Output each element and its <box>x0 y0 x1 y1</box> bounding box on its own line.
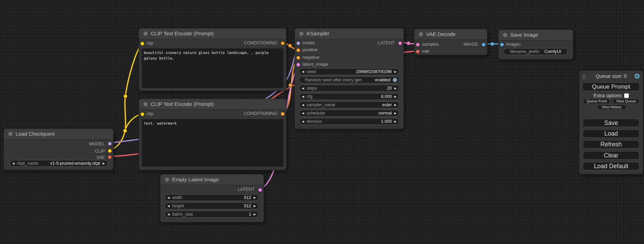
increment-arrow-icon[interactable]: ▶ <box>251 202 258 209</box>
input-slot-model[interactable] <box>296 41 300 45</box>
input-slot-negative[interactable] <box>296 56 300 60</box>
output-slot-conditioning[interactable] <box>281 112 285 116</box>
decrement-arrow-icon[interactable]: ◀ <box>299 101 307 108</box>
output-slot-vae[interactable] <box>108 155 112 159</box>
extra-options-checkbox[interactable] <box>624 93 629 98</box>
increment-arrow-icon[interactable]: ▶ <box>392 118 399 125</box>
widget-seed[interactable]: ◀ seed 156680208700286 ▶ <box>299 68 399 75</box>
output-slot-latent[interactable] <box>398 41 402 45</box>
output-slot-model[interactable] <box>108 142 112 146</box>
input-slot-vae[interactable] <box>416 49 420 54</box>
widget-label: scheduler <box>307 111 325 116</box>
widget-ckpt-name[interactable]: ◀ ckpt_name v1-5-pruned-emaonly.ckpt ▶ <box>9 160 108 167</box>
node-status-icon <box>419 32 423 36</box>
decrement-arrow-icon[interactable]: ◀ <box>299 110 307 117</box>
widget-scheduler[interactable]: ◀ scheduler normal ▶ <box>299 110 399 117</box>
decrement-arrow-icon[interactable]: ◀ <box>165 194 172 201</box>
node-title: CLIP Text Encode (Prompt) <box>139 28 286 39</box>
output-slot-conditioning[interactable] <box>281 41 285 45</box>
save-button[interactable]: Save <box>583 119 639 127</box>
widget-width[interactable]: ◀ width 512 ▶ <box>165 194 259 201</box>
node-status-icon <box>165 178 169 182</box>
widget-label: Random seed after every gen <box>305 78 362 82</box>
increment-arrow-icon[interactable]: ▶ <box>392 101 399 108</box>
widget-steps[interactable]: ◀ steps 20 ▶ <box>299 85 399 92</box>
output-slot-image[interactable] <box>482 43 486 47</box>
node-clip-encode-positive[interactable]: CLIP Text Encode (Prompt) clip CONDITION… <box>139 28 286 91</box>
widget-batch-size[interactable]: ◀ batch_size 1 ▶ <box>165 211 259 218</box>
increment-arrow-icon[interactable]: ▶ <box>392 110 399 117</box>
node-empty-latent-image[interactable]: Empty Latent Image LATENT ◀ width 512 ▶ … <box>160 174 264 223</box>
input-slot-positive[interactable] <box>296 48 300 52</box>
input-slot-latent-image[interactable] <box>296 63 300 67</box>
widget-sampler-name[interactable]: ◀ sampler_name euler ▶ <box>299 101 399 108</box>
decrement-arrow-icon[interactable]: ◀ <box>299 93 307 100</box>
widget-label: height <box>172 204 184 208</box>
widget-label: filename_prefix <box>510 49 539 54</box>
increment-arrow-icon[interactable]: ▶ <box>251 194 258 201</box>
extra-options-label: Extra options <box>593 93 622 98</box>
node-vae-decode[interactable]: VAE Decode samples vae IMAGE <box>414 29 487 55</box>
decrement-arrow-icon[interactable]: ◀ <box>165 202 172 209</box>
widget-label: steps <box>307 86 317 91</box>
widget-denoise[interactable]: ◀ denoise 1.000 ▶ <box>299 118 399 125</box>
link-dot-clip-1 <box>123 129 127 133</box>
input-slot-clip[interactable] <box>140 42 144 46</box>
widget-height[interactable]: ◀ height 512 ▶ <box>165 202 259 209</box>
extra-options-row: Extra options <box>579 93 643 98</box>
node-status-icon <box>503 33 507 37</box>
output-label-conditioning: CONDITIONING <box>244 40 277 46</box>
output-slot-clip[interactable] <box>108 149 112 153</box>
load-button[interactable]: Load <box>583 129 639 138</box>
node-title: Load Checkpoint <box>4 129 113 139</box>
clear-button[interactable]: Clear <box>583 151 639 160</box>
node-save-image[interactable]: Save Image images filename_prefix ComfyU… <box>498 29 573 60</box>
increment-arrow-icon[interactable]: ▶ <box>251 211 258 218</box>
widget-label: sampler_name <box>307 102 335 107</box>
widget-value: 20 <box>387 86 392 91</box>
toggle-icon[interactable] <box>392 78 397 82</box>
link-dot-cond-2 <box>289 83 292 87</box>
widget-value: euler <box>382 102 392 107</box>
node-status-icon <box>143 102 148 106</box>
input-label-model: model <box>302 40 315 46</box>
increment-arrow-icon[interactable]: ▶ <box>392 85 399 92</box>
node-clip-encode-negative[interactable]: CLIP Text Encode (Prompt) clip CONDITION… <box>139 99 286 170</box>
output-label-image: IMAGE <box>464 41 478 47</box>
input-slot-samples[interactable] <box>416 43 420 47</box>
input-slot-images[interactable] <box>500 43 504 47</box>
increment-arrow-icon[interactable]: ▶ <box>100 160 107 167</box>
widget-value: 1 <box>249 212 251 217</box>
widget-value: 8.000 <box>381 94 392 99</box>
node-ksampler[interactable]: KSampler model positive negative latent_… <box>294 28 404 129</box>
queue-front-button[interactable]: Queue Front <box>583 99 610 104</box>
widget-value: 512 <box>244 204 251 208</box>
view-history-button[interactable]: View History <box>597 105 626 110</box>
decrement-arrow-icon[interactable]: ◀ <box>299 68 307 75</box>
decrement-arrow-icon[interactable]: ◀ <box>165 211 172 218</box>
view-queue-button[interactable]: View Queue <box>612 99 639 104</box>
increment-arrow-icon[interactable]: ▶ <box>392 68 399 75</box>
refresh-button[interactable]: Refresh <box>583 140 639 148</box>
input-label-negative: negative <box>302 54 319 61</box>
node-load-checkpoint[interactable]: Load Checkpoint MODEL CLIP VAE ◀ ckpt_na… <box>3 128 114 170</box>
node-title: Empty Latent Image <box>160 174 264 185</box>
load-default-button[interactable]: Load Default <box>583 162 639 170</box>
decrement-arrow-icon[interactable]: ◀ <box>299 85 307 92</box>
output-slot-latent[interactable] <box>258 188 262 192</box>
widget-filename-prefix[interactable]: filename_prefix ComfyUI <box>503 48 568 55</box>
decrement-arrow-icon[interactable]: ◀ <box>299 118 307 125</box>
increment-arrow-icon[interactable]: ▶ <box>392 93 399 100</box>
link-dot-cond-1 <box>288 44 292 48</box>
gear-icon[interactable] <box>634 73 640 79</box>
graph-canvas[interactable]: { "colors": { "model": "#b39ddb", "clip"… <box>0 0 644 244</box>
widget-random-seed[interactable]: Random seed after every gen enabled <box>299 76 399 83</box>
prompt-textarea[interactable]: text, watermark <box>142 119 283 167</box>
decrement-arrow-icon[interactable]: ◀ <box>10 160 17 167</box>
node-title: Save Image <box>499 30 573 40</box>
prompt-textarea[interactable]: beautiful scenery nature glass bottle la… <box>142 48 283 88</box>
input-slot-clip[interactable] <box>140 112 144 116</box>
output-label-conditioning: CONDITIONING <box>244 110 277 117</box>
queue-prompt-button[interactable]: Queue Prompt <box>582 82 640 91</box>
widget-cfg[interactable]: ◀ cfg 8.000 ▶ <box>299 93 399 100</box>
